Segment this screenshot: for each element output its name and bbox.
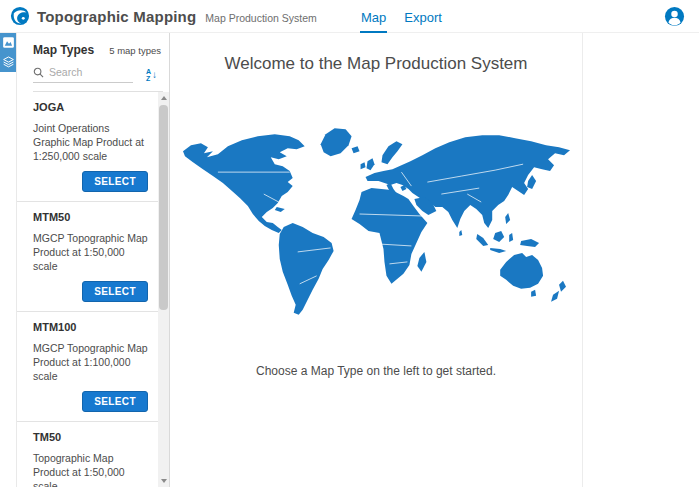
scroll-up-arrow[interactable] (158, 92, 169, 104)
select-button[interactable]: SELECT (82, 391, 148, 412)
rail-button-group (0, 33, 16, 72)
map-types-panel: Map Types 5 map types AZ ↓ JOGA Joint Op… (17, 33, 170, 487)
search-icon (33, 67, 44, 78)
map-type-name: JOGA (33, 98, 148, 113)
map-type-description: MGCP Topographic Map Product at 1:50,000… (33, 231, 148, 273)
main-panel: Welcome to the Map Production System (170, 33, 583, 487)
welcome-heading: Welcome to the Map Production System (225, 54, 528, 74)
app-title: Topographic Mapping (37, 8, 196, 25)
select-button[interactable]: SELECT (82, 281, 148, 302)
globe-icon (10, 6, 30, 26)
instruction-text: Choose a Map Type on the left to get sta… (256, 364, 496, 378)
map-type-item: MTM100 MGCP Topographic Map Product at 1… (17, 312, 158, 422)
map-type-description: MGCP Topographic Map Product at 1:100,00… (33, 341, 148, 383)
sort-a-z-icon[interactable]: AZ ↓ (146, 68, 161, 82)
user-account-icon[interactable] (664, 6, 685, 27)
map-panel-icon[interactable] (2, 36, 15, 49)
map-type-list: JOGA Joint Operations Graphic Map Produc… (17, 92, 158, 487)
map-type-count: 5 map types (109, 45, 161, 56)
map-type-item: JOGA Joint Operations Graphic Map Produc… (17, 92, 158, 202)
map-type-list-wrap: JOGA Joint Operations Graphic Map Produc… (17, 92, 169, 487)
map-type-description: Topographic Map Product at 1:50,000 scal… (33, 451, 148, 487)
search-input[interactable] (49, 66, 127, 78)
map-type-name: MTM100 (33, 318, 148, 333)
panel-header: Map Types 5 map types (17, 33, 169, 57)
map-item-actions: SELECT (33, 171, 148, 192)
tab-map[interactable]: Map (360, 0, 387, 33)
map-type-item: MTM50 MGCP Topographic Map Product at 1:… (17, 202, 158, 312)
map-type-name: MTM50 (33, 208, 148, 223)
search-box[interactable] (33, 66, 133, 83)
select-button[interactable]: SELECT (82, 171, 148, 192)
map-type-item: TM50 Topographic Map Product at 1:50,000… (17, 422, 158, 487)
layers-icon[interactable] (2, 55, 15, 68)
action-rail (0, 33, 17, 487)
search-row: AZ ↓ (17, 57, 169, 83)
app-subtitle: Map Production System (205, 12, 316, 24)
map-type-description: Joint Operations Graphic Map Product at … (33, 121, 148, 163)
panel-title: Map Types (33, 43, 94, 57)
scroll-down-arrow[interactable] (158, 475, 169, 487)
map-item-actions: SELECT (33, 281, 148, 302)
scrollbar-thumb[interactable] (159, 105, 168, 310)
app-header: Topographic Mapping Map Production Syste… (0, 0, 699, 33)
top-tabs: Map Export (360, 0, 443, 33)
tab-export[interactable]: Export (403, 0, 443, 33)
map-item-actions: SELECT (33, 391, 148, 412)
app-body: Map Types 5 map types AZ ↓ JOGA Joint Op… (0, 33, 699, 487)
sidebar-scrollbar[interactable] (158, 92, 169, 487)
world-map (180, 124, 573, 316)
map-type-name: TM50 (33, 428, 148, 443)
right-spacer (583, 33, 699, 487)
